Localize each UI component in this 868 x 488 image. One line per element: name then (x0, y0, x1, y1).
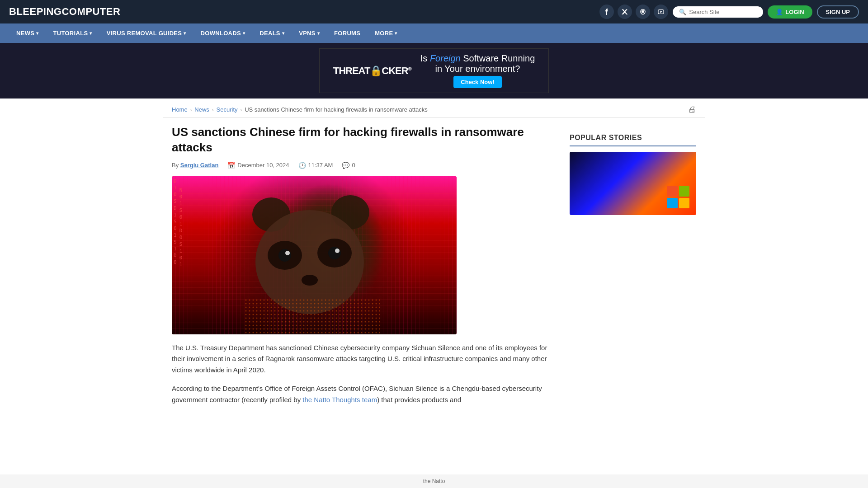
logo-plain: BLEEPING (9, 6, 61, 17)
article-body: The U.S. Treasury Department has sanctio… (172, 343, 556, 406)
ad-inner: THREAT🔒CKER® Is Foreign Software Running… (319, 48, 549, 93)
breadcrumb-current: US sanctions Chinese firm for hacking fi… (245, 106, 428, 113)
search-input[interactable] (689, 9, 757, 15)
search-bar: 🔍 (673, 6, 763, 18)
article-paragraph-1: The U.S. Treasury Department has sanctio… (172, 343, 556, 376)
sidebar-story-image[interactable] (570, 152, 696, 215)
breadcrumb-bar: Home › News › Security › US sanctions Ch… (163, 99, 705, 117)
ad-banner: THREAT🔒CKER® Is Foreign Software Running… (0, 43, 868, 99)
ad-lock-icon: 🔒 (370, 65, 382, 76)
date-meta: 📅 December 10, 2024 (227, 162, 289, 169)
breadcrumb-sep-3: › (241, 107, 242, 113)
login-button[interactable]: 👤 LOGIN (768, 5, 812, 19)
site-header: BLEEPINGCOMPUTER 🔍 👤 LOGIN SIGN UP (0, 0, 868, 23)
breadcrumb: Home › News › Security › US sanctions Ch… (172, 106, 428, 113)
nav-vpns[interactable]: VPNS ▾ (292, 23, 327, 43)
breadcrumb-sep-1: › (190, 107, 192, 113)
ad-text-area: Is Foreign Software Running in Your envi… (420, 53, 535, 88)
content-wrapper: US sanctions Chinese firm for hacking fi… (163, 125, 705, 413)
virus-dropdown-arrow: ▾ (184, 31, 186, 36)
breadcrumb-home[interactable]: Home (172, 106, 188, 113)
nav-tutorials[interactable]: TUTORIALS ▾ (46, 23, 99, 43)
downloads-dropdown-arrow: ▾ (243, 31, 245, 36)
author-label: By Sergiu Gatlan (172, 162, 218, 169)
ad-logo: THREAT🔒CKER® (333, 65, 411, 77)
print-icon[interactable]: 🖨 (688, 105, 696, 114)
panda-image: D10SD1S01S1D0 N01S01D0S101 (172, 176, 457, 334)
win-yellow (679, 198, 690, 209)
calendar-icon: 📅 (227, 162, 235, 169)
article-divider (163, 117, 705, 117)
more-dropdown-arrow: ▾ (395, 31, 397, 36)
search-icon: 🔍 (679, 9, 686, 15)
breadcrumb-news[interactable]: News (194, 106, 209, 113)
svg-marker-2 (660, 11, 663, 13)
logo-bold: COMPUTER (61, 6, 120, 17)
header-right: 🔍 👤 LOGIN SIGN UP (599, 5, 859, 19)
nav-forums[interactable]: FORUMS (327, 23, 368, 43)
comments-meta: 💬 0 (342, 162, 355, 169)
ad-logo-area: THREAT🔒CKER® (333, 65, 411, 77)
win-red (667, 186, 678, 197)
signup-button[interactable]: SIGN UP (817, 5, 859, 19)
twitter-icon[interactable] (618, 5, 632, 19)
tutorials-dropdown-arrow: ▾ (90, 31, 92, 36)
mastodon-icon[interactable] (636, 5, 650, 19)
nav-downloads[interactable]: DOWNLOADS ▾ (193, 23, 253, 43)
ad-headline: Is Foreign Software Running (420, 53, 535, 64)
vpns-dropdown-arrow: ▾ (317, 31, 320, 36)
article-title: US sanctions Chinese firm for hacking fi… (172, 125, 556, 155)
social-icons (599, 5, 668, 19)
clock-icon: 🕐 (298, 162, 306, 169)
comment-icon: 💬 (342, 162, 349, 169)
facebook-icon[interactable] (599, 5, 614, 19)
site-logo[interactable]: BLEEPINGCOMPUTER (9, 6, 120, 18)
win-green (679, 186, 690, 197)
natto-link[interactable]: the Natto Thoughts team (302, 396, 377, 404)
news-dropdown-arrow: ▾ (36, 31, 38, 36)
deals-dropdown-arrow: ▾ (282, 31, 284, 36)
author-link[interactable]: Sergiu Gatlan (180, 162, 219, 169)
breadcrumb-security[interactable]: Security (217, 106, 238, 113)
nav-virus-removal[interactable]: VIRUS REMOVAL GUIDES ▾ (99, 23, 193, 43)
nav-news[interactable]: NEWS ▾ (9, 23, 46, 43)
breadcrumb-sep-2: › (212, 107, 214, 113)
time-meta: 🕐 11:37 AM (298, 162, 333, 169)
windows-logo (667, 186, 689, 208)
ad-subline: in Your environment? (420, 64, 535, 74)
nav-more[interactable]: MORE ▾ (368, 23, 405, 43)
user-icon: 👤 (776, 9, 783, 15)
article-meta: By Sergiu Gatlan 📅 December 10, 2024 🕐 1… (172, 162, 556, 169)
ad-check-now-button[interactable]: Check Now! (453, 76, 501, 88)
popular-stories-title: POPULAR STORIES (570, 134, 696, 146)
code-overlay: D10SD1S01S1D0 N01S01D0S101 (172, 176, 457, 334)
win-blue (667, 198, 678, 209)
main-content: US sanctions Chinese firm for hacking fi… (172, 125, 556, 413)
article-hero-image: D10SD1S01S1D0 N01S01D0S101 (172, 176, 457, 334)
article-paragraph-2: According to the Department's Office of … (172, 383, 556, 406)
youtube-icon[interactable] (654, 5, 668, 19)
main-nav: NEWS ▾ TUTORIALS ▾ VIRUS REMOVAL GUIDES … (0, 23, 868, 43)
sidebar: POPULAR STORIES (570, 125, 696, 413)
nav-deals[interactable]: DEALS ▾ (252, 23, 292, 43)
